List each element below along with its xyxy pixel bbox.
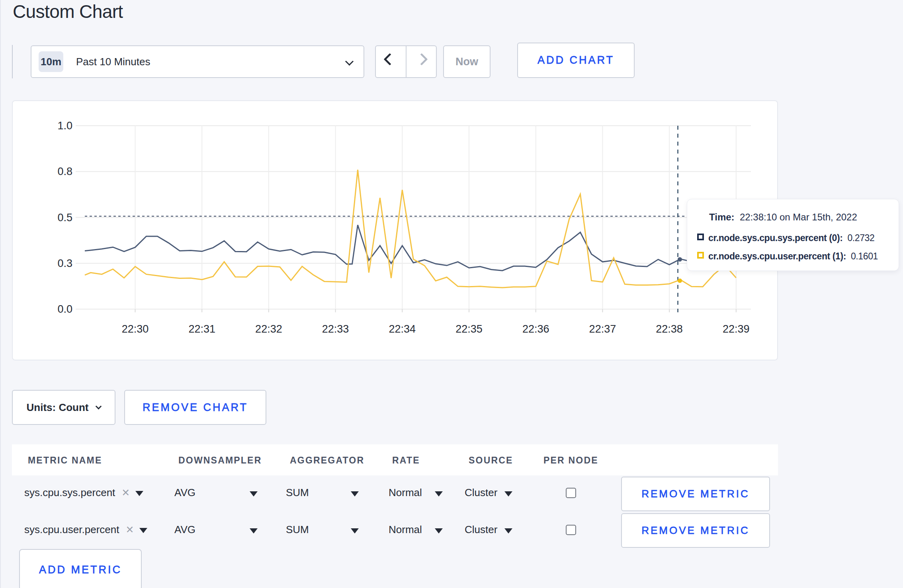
svg-text:1.0: 1.0 [57,120,72,132]
svg-text:0.0: 0.0 [57,303,72,315]
svg-text:22:33: 22:33 [322,323,349,335]
svg-text:22:38: 22:38 [656,323,683,335]
svg-text:22:39: 22:39 [723,323,750,335]
svg-text:22:34: 22:34 [389,323,416,335]
svg-text:22:32: 22:32 [255,323,282,335]
svg-text:0.3: 0.3 [57,257,72,269]
svg-text:0.8: 0.8 [57,165,72,177]
svg-text:22:30: 22:30 [122,323,149,335]
svg-text:22:36: 22:36 [522,323,549,335]
svg-text:22:31: 22:31 [188,323,215,335]
svg-text:22:37: 22:37 [589,323,616,335]
svg-text:0.5: 0.5 [57,212,72,224]
svg-text:22:35: 22:35 [455,323,483,335]
